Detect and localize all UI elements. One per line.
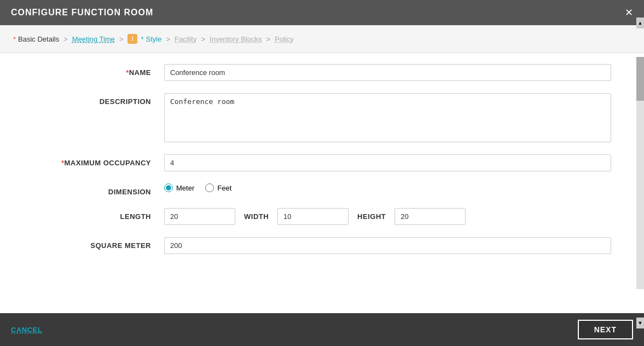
name-row: *NAME [33,64,611,81]
dimensions-lwh-row: LENGTH WIDTH HEIGHT [33,208,611,225]
breadcrumb-style[interactable]: ! *Style [127,34,161,44]
square-meter-row: SQUARE METER [33,237,611,254]
breadcrumb-facility[interactable]: Facility [175,35,196,43]
dimensions-group: WIDTH HEIGHT [164,208,611,225]
modal-body: *NAME DESCRIPTION Conference room *MAXIM… [0,53,644,313]
scrollbar-up-arrow[interactable]: ▲ [636,18,644,28]
breadcrumb-sep-4: > [201,35,205,43]
dimension-feet-radio[interactable] [205,183,214,192]
description-row: DESCRIPTION Conference room [33,93,611,142]
configure-function-room-modal: CONFIGURE FUNCTION ROOM ✕ Basic Details … [0,0,644,346]
modal-header: CONFIGURE FUNCTION ROOM ✕ [0,0,644,25]
breadcrumb-bar: Basic Details > Meeting Time > ! *Style … [0,25,644,53]
scrollbar-area: ▲ ▼ [636,28,644,318]
breadcrumb-basic-details[interactable]: Basic Details [13,35,59,43]
length-input[interactable] [164,208,235,225]
dimension-feet-option[interactable]: Feet [205,183,231,192]
dimension-meter-radio[interactable] [164,183,173,192]
cancel-button[interactable]: CANCEL [11,326,42,334]
length-label: LENGTH [33,208,164,221]
breadcrumb-policy[interactable]: Policy [275,35,294,43]
scrollbar-thumb[interactable] [636,57,644,101]
square-meter-input[interactable] [164,237,611,254]
description-input[interactable]: Conference room [164,93,611,142]
next-button[interactable]: NEXT [578,320,633,339]
dimension-label: DIMENSION [33,183,164,196]
square-meter-label: SQUARE METER [33,237,164,250]
description-label: DESCRIPTION [33,93,164,106]
width-input[interactable] [277,208,349,225]
dimension-meter-option[interactable]: Meter [164,183,194,192]
name-label: *NAME [33,64,164,77]
scrollbar-down-arrow[interactable]: ▼ [636,318,644,328]
breadcrumb-sep-2: > [119,35,124,43]
breadcrumb-sep-1: > [63,35,68,43]
modal-title: CONFIGURE FUNCTION ROOM [11,8,153,18]
height-input[interactable] [394,208,466,225]
max-occupancy-label: *MAXIMUM OCCUPANCY [33,154,164,167]
breadcrumb-meeting-time[interactable]: Meeting Time [72,35,115,43]
height-label: HEIGHT [357,212,386,221]
width-label: WIDTH [244,212,269,221]
scrollbar-track [636,57,644,289]
max-occupancy-input[interactable] [164,154,611,171]
breadcrumb-sep-5: > [266,35,270,43]
breadcrumb-sep-3: > [166,35,170,43]
modal-footer: CANCEL NEXT [0,313,644,346]
warning-icon: ! [127,34,137,44]
close-button[interactable]: ✕ [625,8,633,18]
breadcrumb-inventory-blocks[interactable]: Inventory Blocks [210,35,262,43]
name-input[interactable] [164,64,611,81]
dimension-row: DIMENSION Meter Feet [33,183,611,196]
max-occupancy-row: *MAXIMUM OCCUPANCY [33,154,611,171]
dimension-options: Meter Feet [164,183,231,192]
